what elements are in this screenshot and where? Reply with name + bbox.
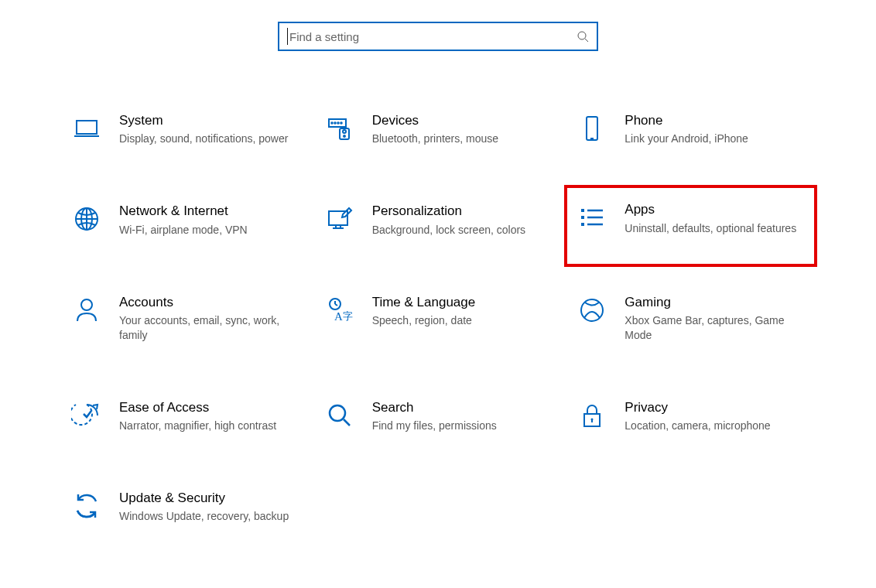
tile-title: Network & Internet <box>119 203 301 219</box>
tile-desc: Narrator, magnifier, high contrast <box>119 419 301 433</box>
svg-point-5 <box>331 122 333 124</box>
svg-line-1 <box>585 39 588 42</box>
tile-title: Devices <box>372 113 554 128</box>
tile-network[interactable]: Network & Internet Wi-Fi, airplane mode,… <box>67 197 304 241</box>
tile-desc: Link your Android, iPhone <box>624 132 806 146</box>
tile-desc: Wi-Fi, airplane mode, VPN <box>119 223 301 238</box>
search-placeholder: Find a setting <box>289 30 577 43</box>
tile-system[interactable]: System Display, sound, notifications, po… <box>67 107 304 151</box>
tile-title: Accounts <box>119 295 301 310</box>
tile-update-security[interactable]: Update & Security Windows Update, recove… <box>67 484 304 528</box>
svg-rect-22 <box>581 209 584 212</box>
tile-time-language[interactable]: A 字 Time & Language Speech, region, date <box>320 289 557 347</box>
tile-personalization[interactable]: Personalization Background, lock screen,… <box>320 197 557 241</box>
svg-point-6 <box>334 122 336 124</box>
tile-devices[interactable]: Devices Bluetooth, printers, mouse <box>320 107 557 151</box>
personalization-icon <box>323 202 357 236</box>
tile-desc: Windows Update, recovery, backup <box>119 509 301 524</box>
lock-icon <box>575 398 609 432</box>
tile-desc: Location, camera, microphone <box>624 419 806 433</box>
tile-title: Search <box>372 400 554 415</box>
tile-ease-of-access[interactable]: Ease of Access Narrator, magnifier, high… <box>67 394 304 438</box>
svg-rect-24 <box>581 223 584 226</box>
svg-text:A: A <box>334 310 343 323</box>
tile-desc: Speech, region, date <box>372 313 554 328</box>
tile-desc: Background, lock screen, colors <box>372 223 554 238</box>
svg-point-28 <box>81 299 92 310</box>
svg-rect-23 <box>581 216 584 219</box>
tile-title: Phone <box>624 113 806 128</box>
tile-accounts[interactable]: Accounts Your accounts, email, sync, wor… <box>67 289 304 347</box>
tile-desc: Uninstall, defaults, optional features <box>624 221 806 236</box>
ease-of-access-icon <box>70 398 104 432</box>
tile-apps[interactable]: Apps Uninstall, defaults, optional featu… <box>564 185 817 266</box>
svg-text:字: 字 <box>343 310 353 322</box>
svg-point-0 <box>578 32 586 39</box>
phone-icon <box>575 111 609 145</box>
tile-desc: Xbox Game Bar, captures, Game Mode <box>624 313 806 343</box>
tile-title: Update & Security <box>119 491 301 506</box>
tile-title: Personalization <box>372 203 554 219</box>
tile-title: Privacy <box>624 400 806 415</box>
time-language-icon: A 字 <box>323 293 357 327</box>
svg-point-11 <box>344 135 345 137</box>
xbox-icon <box>575 293 609 327</box>
tile-title: System <box>119 113 301 128</box>
tile-privacy[interactable]: Privacy Location, camera, microphone <box>572 394 809 438</box>
tile-title: Ease of Access <box>119 400 301 415</box>
tile-search[interactable]: Search Find my files, permissions <box>320 394 557 438</box>
laptop-icon <box>70 111 104 145</box>
settings-grid: System Display, sound, notifications, po… <box>67 107 809 528</box>
apps-list-icon <box>575 200 609 234</box>
tile-desc: Your accounts, email, sync, work, family <box>119 313 301 343</box>
tile-phone[interactable]: Phone Link your Android, iPhone <box>572 107 809 151</box>
svg-point-35 <box>330 405 345 421</box>
svg-point-10 <box>343 130 346 133</box>
magnifier-icon <box>323 398 357 432</box>
svg-point-7 <box>337 122 339 124</box>
sync-icon <box>70 489 104 523</box>
tile-title: Apps <box>624 202 806 217</box>
search-icon <box>577 30 589 43</box>
tile-title: Time & Language <box>372 295 554 310</box>
tile-gaming[interactable]: Gaming Xbox Game Bar, captures, Game Mod… <box>572 289 809 347</box>
person-icon <box>70 293 104 327</box>
tile-title: Gaming <box>624 295 806 310</box>
svg-rect-12 <box>587 117 597 140</box>
globe-icon <box>70 202 104 236</box>
svg-line-36 <box>344 419 350 426</box>
tile-desc: Display, sound, notifications, power <box>119 132 301 146</box>
svg-point-8 <box>340 122 342 124</box>
text-caret <box>287 28 288 45</box>
devices-icon <box>323 111 357 145</box>
svg-rect-2 <box>77 121 97 134</box>
search-input[interactable]: Find a setting <box>278 22 598 51</box>
tile-desc: Find my files, permissions <box>372 419 554 433</box>
tile-desc: Bluetooth, printers, mouse <box>372 132 554 146</box>
svg-line-31 <box>335 304 337 306</box>
